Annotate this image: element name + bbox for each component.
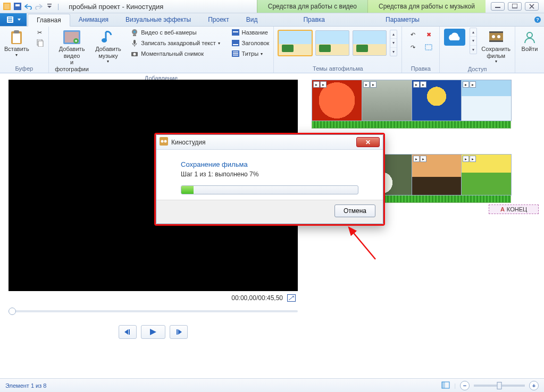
save-movie-button[interactable]: Сохранить фильм▾ bbox=[479, 28, 513, 65]
group-signin: Войти bbox=[515, 27, 544, 73]
caption-button[interactable]: Заголовок bbox=[229, 38, 272, 48]
tab-view[interactable]: Вид bbox=[238, 13, 266, 26]
theme-expand[interactable]: ▾ bbox=[390, 48, 397, 56]
rotate-right-button[interactable]: ↷ bbox=[406, 42, 419, 52]
title-icon bbox=[231, 28, 240, 37]
rotate-right-icon: ↷ bbox=[408, 43, 417, 52]
transition-badge: ▸ bbox=[313, 81, 320, 88]
clip-2[interactable]: ▸▸ bbox=[362, 80, 412, 121]
signin-label: Войти bbox=[522, 46, 538, 53]
end-marker[interactable]: AКОНЕЦ bbox=[489, 204, 539, 214]
copy-button[interactable] bbox=[34, 38, 46, 48]
context-tab-music[interactable]: Средства для работы с музыкой bbox=[367, 0, 486, 13]
webcam-button[interactable]: Видео с веб-камеры bbox=[128, 28, 222, 37]
add-video-label: Добавить видео и фотографии bbox=[53, 46, 91, 73]
prev-frame-button[interactable] bbox=[119, 325, 137, 339]
svg-rect-46 bbox=[442, 382, 445, 388]
tab-project[interactable]: Проект bbox=[199, 13, 238, 26]
fullscreen-button[interactable] bbox=[287, 294, 296, 302]
seek-thumb[interactable] bbox=[9, 308, 16, 315]
svg-rect-9 bbox=[8, 19, 12, 20]
tab-animation[interactable]: Анимация bbox=[70, 13, 117, 26]
ribbon-tabs: Главная Анимация Визуальные эффекты Прое… bbox=[0, 13, 544, 27]
svg-rect-10 bbox=[8, 21, 12, 22]
svg-text:?: ? bbox=[536, 17, 539, 22]
svg-point-42 bbox=[527, 32, 532, 38]
zoom-thumb[interactable] bbox=[497, 382, 502, 389]
save-progress-dialog: Киностудия ✕ Сохранение фильма Шаг 1 из … bbox=[154, 133, 385, 226]
rotate-left-button[interactable]: ↶ bbox=[406, 30, 419, 39]
theme-scroll-up[interactable]: ▴ bbox=[390, 30, 397, 39]
theme-scroll: ▴ ▾ ▾ bbox=[390, 30, 397, 56]
minimize-button[interactable] bbox=[491, 2, 505, 11]
add-video-button[interactable]: Добавить видео и фотографии bbox=[51, 28, 93, 74]
clip-1[interactable]: ▸▸ bbox=[312, 80, 362, 121]
paste-button[interactable]: Вставить▾ bbox=[2, 28, 31, 58]
next-frame-button[interactable] bbox=[170, 325, 188, 339]
save-icon[interactable] bbox=[13, 2, 22, 11]
file-tab[interactable] bbox=[0, 13, 27, 26]
add-music-button[interactable]: Добавить музыку▾ bbox=[95, 28, 122, 65]
skydrive-button[interactable] bbox=[442, 28, 467, 47]
share-expand[interactable]: ▾ bbox=[470, 46, 476, 54]
qat-dropdown-icon[interactable] bbox=[45, 2, 54, 11]
share-scroll: ▴ ▾ ▾ bbox=[470, 28, 477, 54]
snapshot-button[interactable]: Моментальный снимок bbox=[128, 49, 222, 58]
svg-rect-35 bbox=[233, 55, 238, 56]
delete-button[interactable]: ✖ bbox=[422, 30, 435, 39]
share-up[interactable]: ▴ bbox=[470, 28, 476, 37]
svg-rect-30 bbox=[232, 40, 239, 46]
svg-point-49 bbox=[164, 140, 167, 143]
undo-icon[interactable] bbox=[23, 2, 33, 11]
svg-point-48 bbox=[161, 140, 164, 143]
audio-track-1[interactable] bbox=[312, 121, 511, 129]
tab-edit[interactable]: Правка bbox=[295, 13, 333, 26]
svg-point-27 bbox=[133, 53, 136, 56]
tab-params[interactable]: Параметры bbox=[377, 13, 428, 26]
caption-icon bbox=[231, 39, 240, 47]
cut-button[interactable]: ✂ bbox=[34, 28, 46, 37]
tab-home[interactable]: Главная bbox=[28, 14, 70, 27]
group-themes: ▴ ▾ ▾ Темы автофильма bbox=[274, 27, 402, 73]
theme-thumb-3[interactable] bbox=[353, 30, 387, 56]
tab-vfx[interactable]: Визуальные эффекты bbox=[117, 13, 199, 26]
voiceover-button[interactable]: Записать закадровый текст ▾ bbox=[128, 38, 222, 48]
context-tab-video[interactable]: Средства для работы с видео bbox=[257, 0, 367, 13]
help-icon[interactable]: ? bbox=[531, 13, 544, 26]
dialog-step: Шаг 1 из 1: выполнено 7% bbox=[181, 171, 358, 178]
play-button[interactable] bbox=[141, 325, 165, 339]
svg-rect-34 bbox=[233, 53, 238, 54]
clip-4[interactable]: ▸▸ bbox=[461, 80, 512, 121]
svg-rect-3 bbox=[15, 4, 20, 6]
group-add: Добавить видео и фотографии Добавить муз… bbox=[49, 27, 274, 73]
select-all-button[interactable] bbox=[422, 42, 435, 52]
svg-rect-8 bbox=[8, 18, 12, 19]
cancel-button[interactable]: Отмена bbox=[334, 204, 375, 217]
maximize-button[interactable] bbox=[508, 2, 522, 11]
signin-button[interactable]: Войти bbox=[517, 28, 542, 54]
svg-rect-24 bbox=[133, 35, 136, 36]
clip-7[interactable]: ▸▸ bbox=[412, 154, 462, 195]
share-down[interactable]: ▾ bbox=[470, 37, 476, 45]
group-access-label: Доступ bbox=[442, 65, 513, 73]
zoom-slider[interactable] bbox=[474, 385, 525, 387]
seek-bar[interactable] bbox=[9, 307, 298, 316]
theme-scroll-down[interactable]: ▾ bbox=[390, 39, 397, 47]
close-button[interactable] bbox=[525, 2, 539, 11]
theme-thumb-2[interactable] bbox=[315, 30, 349, 56]
svg-rect-31 bbox=[233, 44, 238, 45]
zoom-out-button[interactable]: − bbox=[460, 381, 470, 390]
zoom-in-button[interactable]: + bbox=[529, 381, 539, 390]
dialog-close-button[interactable]: ✕ bbox=[356, 137, 380, 147]
view-mode-button[interactable] bbox=[441, 381, 450, 390]
group-access: ▴ ▾ ▾ Сохранить фильм▾ Доступ bbox=[440, 27, 515, 73]
clip-3[interactable]: ▸▸ bbox=[412, 80, 462, 121]
theme-thumb-1[interactable] bbox=[278, 30, 312, 56]
preview-time: 00:00,00/00:45,50 bbox=[231, 294, 283, 302]
group-edit: ↶ ✖ ↷ Правка bbox=[402, 27, 440, 73]
redo-icon[interactable] bbox=[34, 2, 44, 11]
app-icon[interactable] bbox=[2, 2, 12, 11]
credits-button[interactable]: Титры ▾ bbox=[229, 49, 272, 58]
clip-8[interactable]: ▸▸ bbox=[461, 154, 512, 195]
title-button[interactable]: Название bbox=[229, 28, 272, 37]
